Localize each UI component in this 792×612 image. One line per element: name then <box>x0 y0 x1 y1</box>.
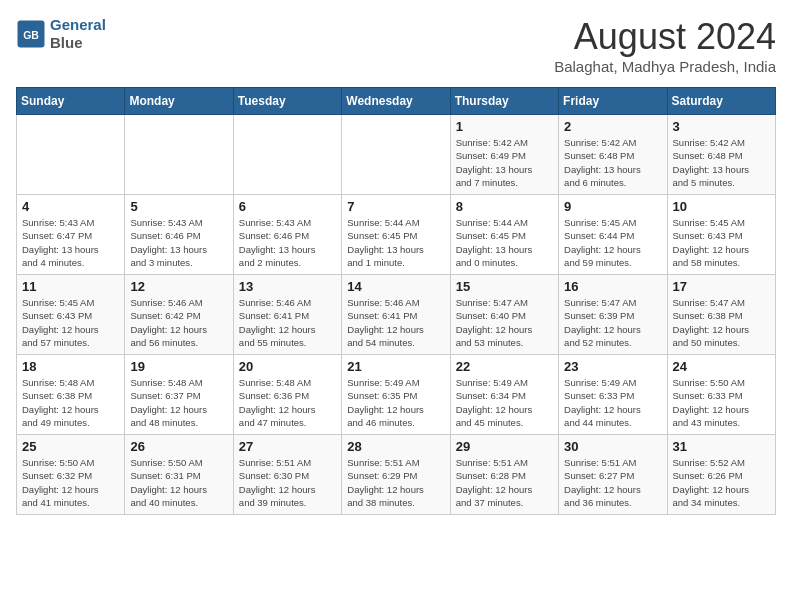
calendar-cell: 20Sunrise: 5:48 AMSunset: 6:36 PMDayligh… <box>233 355 341 435</box>
day-number: 29 <box>456 439 553 454</box>
day-info: Sunrise: 5:42 AMSunset: 6:49 PMDaylight:… <box>456 136 553 189</box>
calendar-cell: 18Sunrise: 5:48 AMSunset: 6:38 PMDayligh… <box>17 355 125 435</box>
day-info: Sunrise: 5:50 AMSunset: 6:32 PMDaylight:… <box>22 456 119 509</box>
calendar-cell: 6Sunrise: 5:43 AMSunset: 6:46 PMDaylight… <box>233 195 341 275</box>
day-info: Sunrise: 5:51 AMSunset: 6:29 PMDaylight:… <box>347 456 444 509</box>
day-number: 28 <box>347 439 444 454</box>
calendar-cell: 28Sunrise: 5:51 AMSunset: 6:29 PMDayligh… <box>342 435 450 515</box>
day-number: 8 <box>456 199 553 214</box>
day-info: Sunrise: 5:48 AMSunset: 6:37 PMDaylight:… <box>130 376 227 429</box>
day-number: 6 <box>239 199 336 214</box>
day-info: Sunrise: 5:48 AMSunset: 6:36 PMDaylight:… <box>239 376 336 429</box>
calendar-cell: 3Sunrise: 5:42 AMSunset: 6:48 PMDaylight… <box>667 115 775 195</box>
day-number: 21 <box>347 359 444 374</box>
day-number: 17 <box>673 279 770 294</box>
svg-text:GB: GB <box>23 29 39 41</box>
calendar-week-3: 11Sunrise: 5:45 AMSunset: 6:43 PMDayligh… <box>17 275 776 355</box>
weekday-saturday: Saturday <box>667 88 775 115</box>
calendar-cell <box>17 115 125 195</box>
day-info: Sunrise: 5:46 AMSunset: 6:42 PMDaylight:… <box>130 296 227 349</box>
calendar-cell: 15Sunrise: 5:47 AMSunset: 6:40 PMDayligh… <box>450 275 558 355</box>
calendar-week-2: 4Sunrise: 5:43 AMSunset: 6:47 PMDaylight… <box>17 195 776 275</box>
day-number: 13 <box>239 279 336 294</box>
day-info: Sunrise: 5:46 AMSunset: 6:41 PMDaylight:… <box>347 296 444 349</box>
day-number: 23 <box>564 359 661 374</box>
calendar-cell: 23Sunrise: 5:49 AMSunset: 6:33 PMDayligh… <box>559 355 667 435</box>
day-info: Sunrise: 5:48 AMSunset: 6:38 PMDaylight:… <box>22 376 119 429</box>
day-number: 11 <box>22 279 119 294</box>
calendar-cell: 13Sunrise: 5:46 AMSunset: 6:41 PMDayligh… <box>233 275 341 355</box>
day-number: 3 <box>673 119 770 134</box>
calendar-cell: 24Sunrise: 5:50 AMSunset: 6:33 PMDayligh… <box>667 355 775 435</box>
day-info: Sunrise: 5:42 AMSunset: 6:48 PMDaylight:… <box>564 136 661 189</box>
day-info: Sunrise: 5:42 AMSunset: 6:48 PMDaylight:… <box>673 136 770 189</box>
calendar-cell: 21Sunrise: 5:49 AMSunset: 6:35 PMDayligh… <box>342 355 450 435</box>
calendar-week-4: 18Sunrise: 5:48 AMSunset: 6:38 PMDayligh… <box>17 355 776 435</box>
day-info: Sunrise: 5:52 AMSunset: 6:26 PMDaylight:… <box>673 456 770 509</box>
day-number: 31 <box>673 439 770 454</box>
calendar-cell: 7Sunrise: 5:44 AMSunset: 6:45 PMDaylight… <box>342 195 450 275</box>
day-info: Sunrise: 5:43 AMSunset: 6:46 PMDaylight:… <box>239 216 336 269</box>
day-number: 5 <box>130 199 227 214</box>
calendar-week-1: 1Sunrise: 5:42 AMSunset: 6:49 PMDaylight… <box>17 115 776 195</box>
day-number: 25 <box>22 439 119 454</box>
calendar-cell: 2Sunrise: 5:42 AMSunset: 6:48 PMDaylight… <box>559 115 667 195</box>
calendar-cell: 17Sunrise: 5:47 AMSunset: 6:38 PMDayligh… <box>667 275 775 355</box>
day-number: 1 <box>456 119 553 134</box>
day-number: 24 <box>673 359 770 374</box>
day-number: 14 <box>347 279 444 294</box>
day-number: 16 <box>564 279 661 294</box>
day-info: Sunrise: 5:44 AMSunset: 6:45 PMDaylight:… <box>347 216 444 269</box>
weekday-friday: Friday <box>559 88 667 115</box>
location: Balaghat, Madhya Pradesh, India <box>554 58 776 75</box>
calendar-cell: 14Sunrise: 5:46 AMSunset: 6:41 PMDayligh… <box>342 275 450 355</box>
weekday-sunday: Sunday <box>17 88 125 115</box>
logo-icon: GB <box>16 19 46 49</box>
day-info: Sunrise: 5:45 AMSunset: 6:43 PMDaylight:… <box>22 296 119 349</box>
day-number: 10 <box>673 199 770 214</box>
calendar-cell: 12Sunrise: 5:46 AMSunset: 6:42 PMDayligh… <box>125 275 233 355</box>
day-info: Sunrise: 5:45 AMSunset: 6:43 PMDaylight:… <box>673 216 770 269</box>
calendar-cell: 1Sunrise: 5:42 AMSunset: 6:49 PMDaylight… <box>450 115 558 195</box>
calendar-cell: 30Sunrise: 5:51 AMSunset: 6:27 PMDayligh… <box>559 435 667 515</box>
day-info: Sunrise: 5:43 AMSunset: 6:47 PMDaylight:… <box>22 216 119 269</box>
day-number: 19 <box>130 359 227 374</box>
calendar-cell: 19Sunrise: 5:48 AMSunset: 6:37 PMDayligh… <box>125 355 233 435</box>
calendar-week-5: 25Sunrise: 5:50 AMSunset: 6:32 PMDayligh… <box>17 435 776 515</box>
day-info: Sunrise: 5:51 AMSunset: 6:30 PMDaylight:… <box>239 456 336 509</box>
calendar-cell: 25Sunrise: 5:50 AMSunset: 6:32 PMDayligh… <box>17 435 125 515</box>
day-number: 26 <box>130 439 227 454</box>
day-number: 15 <box>456 279 553 294</box>
day-info: Sunrise: 5:49 AMSunset: 6:35 PMDaylight:… <box>347 376 444 429</box>
calendar-cell: 31Sunrise: 5:52 AMSunset: 6:26 PMDayligh… <box>667 435 775 515</box>
logo: GB GeneralBlue <box>16 16 106 52</box>
day-number: 22 <box>456 359 553 374</box>
calendar-cell <box>342 115 450 195</box>
day-info: Sunrise: 5:47 AMSunset: 6:39 PMDaylight:… <box>564 296 661 349</box>
day-info: Sunrise: 5:43 AMSunset: 6:46 PMDaylight:… <box>130 216 227 269</box>
calendar-cell: 16Sunrise: 5:47 AMSunset: 6:39 PMDayligh… <box>559 275 667 355</box>
day-info: Sunrise: 5:49 AMSunset: 6:33 PMDaylight:… <box>564 376 661 429</box>
calendar-cell: 10Sunrise: 5:45 AMSunset: 6:43 PMDayligh… <box>667 195 775 275</box>
weekday-thursday: Thursday <box>450 88 558 115</box>
day-info: Sunrise: 5:45 AMSunset: 6:44 PMDaylight:… <box>564 216 661 269</box>
day-info: Sunrise: 5:46 AMSunset: 6:41 PMDaylight:… <box>239 296 336 349</box>
calendar-cell <box>233 115 341 195</box>
day-info: Sunrise: 5:51 AMSunset: 6:27 PMDaylight:… <box>564 456 661 509</box>
day-info: Sunrise: 5:51 AMSunset: 6:28 PMDaylight:… <box>456 456 553 509</box>
calendar-cell: 4Sunrise: 5:43 AMSunset: 6:47 PMDaylight… <box>17 195 125 275</box>
day-info: Sunrise: 5:50 AMSunset: 6:33 PMDaylight:… <box>673 376 770 429</box>
calendar-table: SundayMondayTuesdayWednesdayThursdayFrid… <box>16 87 776 515</box>
calendar-cell: 22Sunrise: 5:49 AMSunset: 6:34 PMDayligh… <box>450 355 558 435</box>
calendar-cell: 9Sunrise: 5:45 AMSunset: 6:44 PMDaylight… <box>559 195 667 275</box>
day-number: 30 <box>564 439 661 454</box>
day-number: 27 <box>239 439 336 454</box>
month-title: August 2024 <box>554 16 776 58</box>
day-number: 2 <box>564 119 661 134</box>
day-number: 4 <box>22 199 119 214</box>
day-number: 7 <box>347 199 444 214</box>
logo-text: GeneralBlue <box>50 16 106 52</box>
weekday-tuesday: Tuesday <box>233 88 341 115</box>
day-info: Sunrise: 5:49 AMSunset: 6:34 PMDaylight:… <box>456 376 553 429</box>
day-info: Sunrise: 5:50 AMSunset: 6:31 PMDaylight:… <box>130 456 227 509</box>
